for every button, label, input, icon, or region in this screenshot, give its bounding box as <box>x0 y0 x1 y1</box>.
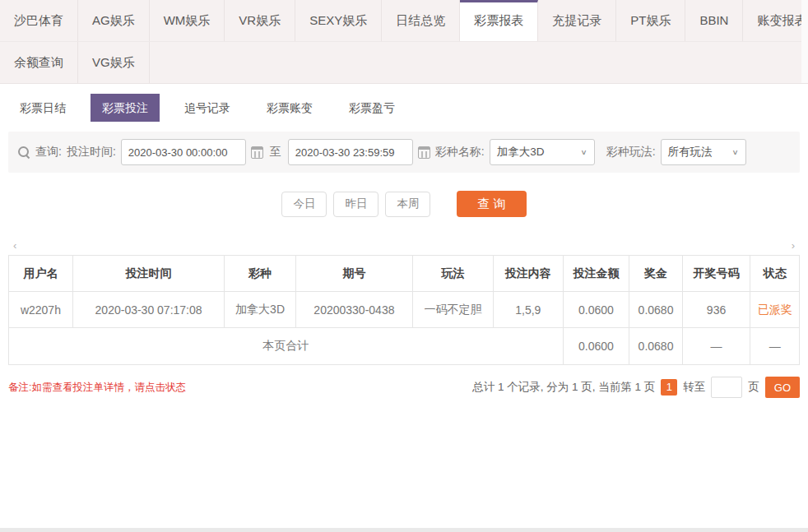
calendar-icon[interactable] <box>251 146 263 159</box>
col-header-draw-number: 开奖号码 <box>682 256 750 292</box>
tab-vr-entertainment[interactable]: VR娱乐 <box>225 0 295 41</box>
goto-page-input[interactable] <box>711 377 742 398</box>
footer-row: 备注:如需查看投注单详情，请点击状态 总计 1 个记录, 分为 1 页, 当前第… <box>8 377 800 398</box>
goto-label: 转至 <box>683 380 705 395</box>
top-nav-row-1: 沙巴体育 AG娱乐 WM娱乐 VR娱乐 SEXY娱乐 日结总览 彩票报表 充提记… <box>0 0 801 41</box>
cell-bet-content: 1,5,9 <box>494 292 564 328</box>
subtab-lottery-bets[interactable]: 彩票投注 <box>91 94 160 122</box>
chevron-down-icon: ∨ <box>581 148 587 156</box>
yesterday-button[interactable]: 昨日 <box>333 192 378 217</box>
to-label: 至 <box>270 145 281 160</box>
cell-play: 一码不定胆 <box>413 292 494 328</box>
cell-bet-amount: 0.0600 <box>563 292 629 328</box>
vertical-scrollbar-track[interactable] <box>801 0 808 83</box>
play-type-selected: 所有玩法 <box>668 145 713 160</box>
lottery-name-selected: 加拿大3D <box>497 145 545 160</box>
tab-daily-summary[interactable]: 日结总览 <box>382 0 460 41</box>
tab-bbin[interactable]: BBIN <box>685 0 743 41</box>
today-button[interactable]: 今日 <box>281 192 327 217</box>
col-header-bet-amount: 投注金额 <box>563 256 629 292</box>
date-from-input[interactable] <box>121 139 246 165</box>
col-header-username: 用户名 <box>9 256 73 292</box>
top-nav-row-2: 余额查询 VG娱乐 <box>0 41 801 83</box>
table-totals-row: 本页合计 0.0600 0.0680 — — <box>9 328 800 365</box>
page-unit-label: 页 <box>748 380 759 395</box>
bet-time-label: 投注时间: <box>67 145 116 160</box>
results-table-zone: ‹ › 用户名 投注时间 彩种 期号 玩法 投注内容 投注金额 奖金 开奖号码 … <box>8 240 800 365</box>
subtab-lottery-profit-loss[interactable]: 彩票盈亏 <box>337 94 406 122</box>
sub-navigation: 彩票日结 彩票投注 追号记录 彩票账变 彩票盈亏 <box>8 94 808 122</box>
subtab-lottery-account-change[interactable]: 彩票账变 <box>255 94 324 122</box>
search-icon <box>18 146 30 159</box>
date-to-input[interactable] <box>288 139 413 165</box>
pagination: 总计 1 个记录, 分为 1 页, 当前第 1 页 1 转至 页 GO <box>472 377 800 398</box>
cell-lottery: 加拿大3D <box>225 292 295 328</box>
tab-vg-entertainment[interactable]: VG娱乐 <box>78 42 150 83</box>
chevron-down-icon: ∨ <box>732 148 739 156</box>
horizontal-scrollbar-track[interactable] <box>0 528 808 532</box>
filter-bar: 查询: 投注时间: 至 彩种名称: 加拿大3D ∨ 彩种玩法: 所有玩法 ∨ <box>8 132 800 173</box>
col-header-lottery: 彩种 <box>225 256 295 292</box>
tab-ag-entertainment[interactable]: AG娱乐 <box>78 0 150 41</box>
tab-sexy-entertainment[interactable]: SEXY娱乐 <box>295 0 382 41</box>
col-header-bet-time: 投注时间 <box>72 256 225 292</box>
cell-prize: 0.0680 <box>629 292 682 328</box>
tab-shaba-sports[interactable]: 沙巴体育 <box>0 0 78 41</box>
col-header-issue: 期号 <box>295 256 412 292</box>
table-row: w2207h 2020-03-30 07:17:08 加拿大3D 2020033… <box>9 292 800 328</box>
go-button[interactable]: GO <box>765 377 800 398</box>
totals-bet-amount: 0.0600 <box>563 328 629 365</box>
col-header-bet-content: 投注内容 <box>494 256 564 292</box>
col-header-status: 状态 <box>750 256 800 292</box>
col-header-prize: 奖金 <box>629 256 682 292</box>
subtab-chase-number-records[interactable]: 追号记录 <box>173 94 242 122</box>
status-link[interactable]: 已派奖 <box>758 303 792 316</box>
table-scroll-arrows: ‹ › <box>8 240 800 253</box>
lottery-name-select[interactable]: 加拿大3D ∨ <box>490 139 595 165</box>
current-page-badge[interactable]: 1 <box>661 379 677 396</box>
tab-deposit-withdraw-records[interactable]: 充提记录 <box>538 0 616 41</box>
play-type-label: 彩种玩法: <box>606 145 656 160</box>
this-week-button[interactable]: 本周 <box>385 192 430 217</box>
totals-draw-number: — <box>682 328 750 365</box>
lottery-name-label: 彩种名称: <box>435 145 485 160</box>
tab-lottery-report[interactable]: 彩票报表 <box>460 0 538 41</box>
scroll-left-icon[interactable]: ‹ <box>13 240 16 253</box>
totals-label: 本页合计 <box>9 328 564 365</box>
cell-issue: 20200330-0438 <box>295 292 412 328</box>
pagination-summary: 总计 1 个记录, 分为 1 页, 当前第 1 页 <box>472 380 655 395</box>
cell-status: 已派奖 <box>750 292 800 328</box>
col-header-play: 玩法 <box>413 256 494 292</box>
tab-balance-inquiry[interactable]: 余额查询 <box>0 42 78 83</box>
top-navigation: 沙巴体育 AG娱乐 WM娱乐 VR娱乐 SEXY娱乐 日结总览 彩票报表 充提记… <box>0 0 808 84</box>
cell-username: w2207h <box>9 292 73 328</box>
table-header-row: 用户名 投注时间 彩种 期号 玩法 投注内容 投注金额 奖金 开奖号码 状态 <box>9 256 800 292</box>
query-button[interactable]: 查 询 <box>457 191 526 217</box>
calendar-icon[interactable] <box>418 146 430 159</box>
totals-prize: 0.0680 <box>629 328 682 365</box>
quick-date-buttons: 今日 昨日 本周 查 询 <box>0 191 808 217</box>
bets-table: 用户名 投注时间 彩种 期号 玩法 投注内容 投注金额 奖金 开奖号码 状态 w… <box>8 255 800 365</box>
search-label: 查询: <box>35 145 62 160</box>
subtab-lottery-daily[interactable]: 彩票日结 <box>8 94 77 122</box>
tab-account-change-report[interactable]: 账变报表 <box>743 0 808 41</box>
note-text: 备注:如需查看投注单详情，请点击状态 <box>8 381 186 395</box>
totals-status: — <box>750 328 800 365</box>
cell-draw-number: 936 <box>682 292 750 328</box>
tab-pt-entertainment[interactable]: PT娱乐 <box>616 0 685 41</box>
play-type-select[interactable]: 所有玩法 ∨ <box>661 139 746 165</box>
scroll-right-icon[interactable]: › <box>792 240 795 253</box>
cell-bet-time: 2020-03-30 07:17:08 <box>72 292 225 328</box>
tab-wm-entertainment[interactable]: WM娱乐 <box>150 0 225 41</box>
